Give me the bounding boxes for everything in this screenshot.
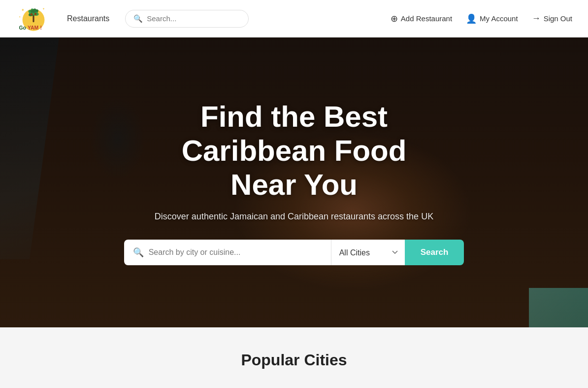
my-account-nav-link[interactable]: 👤 My Account [466, 13, 518, 24]
logo-icon: ✦ ✦ ✦ Go YAM ! [16, 4, 51, 34]
popular-cities-section: Popular Cities [0, 327, 588, 385]
add-restaurant-icon: ⊕ [391, 13, 398, 24]
sign-out-icon: → [532, 13, 541, 24]
hero-title: Find the Best Caribbean Food Near You [133, 100, 455, 202]
hero-subtitle: Discover authentic Jamaican and Caribbea… [133, 212, 455, 222]
hero-search-icon: 🔍 [133, 247, 144, 258]
hero-section: Find the Best Caribbean Food Near You Di… [0, 37, 588, 327]
hero-title-line2: Caribbean Food [182, 134, 407, 167]
restaurants-nav-link[interactable]: Restaurants [67, 14, 109, 23]
hero-title-line1: Find the Best [200, 100, 388, 133]
hero-search-row: 🔍 All Cities London Birmingham Mancheste… [133, 240, 455, 265]
hero-content: Find the Best Caribbean Food Near You Di… [122, 100, 466, 265]
popular-cities-title: Popular Cities [16, 351, 572, 369]
hero-search-button[interactable]: Search [405, 240, 464, 265]
account-icon: 👤 [466, 13, 477, 24]
add-restaurant-nav-link[interactable]: ⊕ Add Restaurant [391, 13, 452, 24]
navbar: ✦ ✦ ✦ Go YAM ! Restaurants 🔍 ⊕ [0, 0, 588, 37]
my-account-label: My Account [480, 14, 518, 23]
nav-actions: ⊕ Add Restaurant 👤 My Account → Sign Out [391, 13, 572, 24]
sign-out-nav-link[interactable]: → Sign Out [532, 13, 572, 24]
svg-text:!: ! [40, 25, 42, 30]
svg-text:✦: ✦ [42, 6, 45, 10]
logo[interactable]: ✦ ✦ ✦ Go YAM ! [16, 4, 51, 34]
sign-out-label: Sign Out [544, 14, 572, 23]
hero-search-input[interactable] [149, 248, 322, 257]
svg-text:YAM: YAM [28, 25, 38, 30]
navbar-search-input[interactable] [147, 14, 240, 23]
svg-point-11 [34, 13, 37, 15]
add-restaurant-label: Add Restaurant [401, 14, 452, 23]
hero-search-input-wrap[interactable]: 🔍 [124, 240, 331, 265]
navbar-search-icon: 🔍 [133, 14, 143, 23]
navbar-search-bar[interactable]: 🔍 [125, 10, 249, 28]
hero-title-line3: Near You [230, 168, 358, 201]
svg-text:✦: ✦ [21, 7, 25, 12]
svg-text:✦: ✦ [19, 15, 21, 18]
hero-city-select[interactable]: All Cities London Birmingham Manchester … [331, 240, 405, 265]
svg-text:Go: Go [19, 25, 26, 30]
svg-point-9 [31, 9, 37, 12]
svg-point-10 [31, 13, 33, 15]
